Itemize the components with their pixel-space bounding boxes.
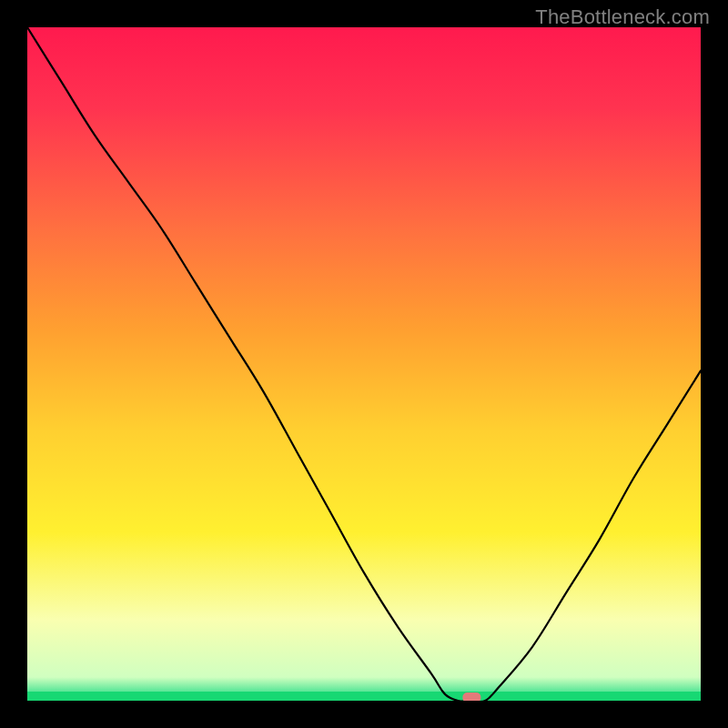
bottleneck-chart bbox=[27, 27, 701, 701]
attribution-label: TheBottleneck.com bbox=[535, 5, 710, 29]
chart-frame: TheBottleneck.com bbox=[0, 0, 728, 728]
plot-area bbox=[27, 27, 701, 701]
green-baseline-band bbox=[27, 692, 701, 701]
optimal-point-marker bbox=[462, 693, 480, 701]
gradient-background bbox=[27, 27, 701, 701]
